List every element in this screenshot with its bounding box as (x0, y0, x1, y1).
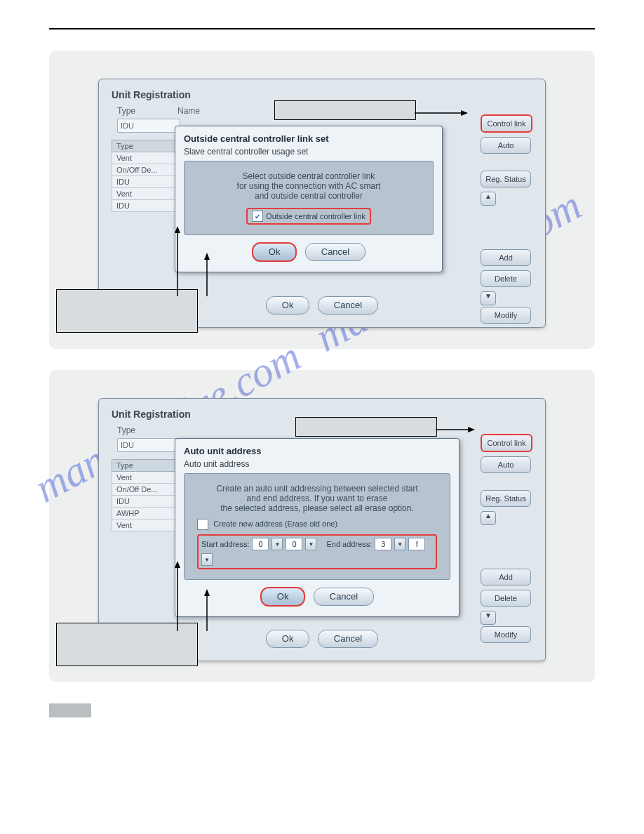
figure-2: manualshive.com Unit Registration Type I… (49, 370, 595, 682)
chevron-down-icon[interactable]: ▼ (394, 538, 405, 550)
annotation-box (56, 289, 198, 333)
cancel-button[interactable]: Cancel (318, 630, 378, 648)
checkbox-label: Create new address (Erase old one) (213, 519, 337, 528)
chevron-down-icon[interactable]: ▼ (201, 553, 213, 566)
table-row[interactable]: Vent (112, 519, 177, 531)
auto-button[interactable]: Auto (481, 456, 531, 473)
side-buttons-top: Control link Auto Reg. Status ▲ Add Dele… (481, 434, 532, 647)
chevron-down-icon[interactable]: ▼ (305, 538, 316, 550)
dialog-title: Auto unit address (184, 446, 450, 456)
start-address-label: Start address: (201, 540, 249, 548)
chevron-down-icon[interactable]: ▼ (271, 538, 283, 550)
ok-button[interactable]: Ok (266, 296, 310, 315)
dialog-text: and outside central controller (197, 191, 420, 201)
type-field[interactable]: IDU (117, 438, 180, 452)
table-row[interactable]: IDU (112, 200, 177, 212)
auto-button[interactable]: Auto (481, 137, 531, 154)
dialog-body: Select outside central controller link f… (184, 161, 434, 235)
table-row[interactable]: On/Off De... (112, 484, 177, 496)
dialog-cancel-button[interactable]: Cancel (305, 243, 365, 261)
table-row[interactable]: AWHP (112, 508, 177, 519)
page-footer-strip (49, 703, 91, 717)
control-link-button[interactable]: Control link (481, 434, 532, 452)
end-address-label: End address: (326, 540, 372, 548)
figure-1: manualshive.com Unit Registration Type N… (49, 51, 595, 349)
label-type: Type (117, 106, 135, 116)
label-type: Type (117, 425, 135, 435)
dialog-title: Outside central controller link set (184, 133, 434, 144)
annotation-box (56, 623, 198, 666)
scroll-up-icon[interactable]: ▲ (481, 192, 496, 206)
dialog-subtitle: Auto unit address (184, 459, 450, 469)
address-row-highlight: Start address: 0 ▼ 0 ▼ End address: 3 ▼ … (197, 534, 437, 569)
dialog-text: the selected address, please select all … (197, 503, 437, 513)
add-button[interactable]: Add (481, 249, 531, 266)
window-title: Unit Registration (112, 89, 532, 100)
col-header-type: Type (112, 459, 177, 472)
add-button[interactable]: Add (481, 569, 531, 585)
page-top-rule (49, 28, 595, 29)
dialog-ok-button[interactable]: Ok (252, 242, 297, 262)
auto-address-dialog: Auto unit address Auto unit address Crea… (175, 438, 459, 617)
side-buttons-top: Control link Auto Reg. Status ▲ Add Dele… (481, 114, 532, 328)
table-row[interactable]: IDU (112, 176, 177, 188)
outside-link-dialog: Outside central controller link set Slav… (175, 126, 443, 272)
dialog-body: Create an auto unit addressing between s… (184, 473, 450, 580)
dialog-text: for using the connection with AC smart (197, 181, 420, 191)
modify-button[interactable]: Modify (481, 307, 531, 324)
dialog-text: and end address. If you want to erase (197, 494, 437, 503)
dialog-text: Select outside central controller link (197, 171, 420, 181)
ok-button[interactable]: Ok (266, 630, 310, 648)
type-field[interactable]: IDU (117, 119, 180, 133)
delete-button[interactable]: Delete (481, 270, 531, 287)
dialog-ok-button[interactable]: Ok (260, 587, 306, 607)
modify-button[interactable]: Modify (481, 626, 531, 643)
table-row[interactable]: Vent (112, 188, 177, 200)
end-lo-select[interactable]: f (408, 538, 425, 550)
dialog-text: Create an auto unit addressing between s… (197, 484, 437, 494)
table-row[interactable]: Vent (112, 472, 177, 484)
table-row[interactable]: Vent (112, 152, 177, 164)
scroll-up-icon[interactable]: ▲ (481, 511, 496, 525)
annotation-box (295, 417, 437, 437)
label-name: Name (177, 106, 200, 116)
dialog-cancel-button[interactable]: Cancel (314, 588, 374, 606)
end-hi-select[interactable]: 3 (375, 538, 391, 550)
scroll-down-icon[interactable]: ▼ (481, 291, 496, 305)
checkbox-highlight: ✔ Outside central controller link (246, 208, 371, 225)
dialog-subtitle: Slave central controller usage set (184, 147, 434, 157)
start-lo-select[interactable]: 0 (286, 538, 302, 550)
outside-link-checkbox[interactable]: ✔ (252, 211, 263, 222)
start-hi-select[interactable]: 0 (252, 538, 269, 550)
control-link-button[interactable]: Control link (481, 114, 532, 133)
scroll-down-icon[interactable]: ▼ (481, 611, 496, 625)
unit-registration-window: Unit Registration Type IDU Type Vent On/… (98, 398, 546, 661)
create-new-checkbox[interactable] (197, 519, 208, 530)
cancel-button[interactable]: Cancel (318, 296, 378, 315)
col-header-type: Type (112, 140, 177, 152)
table-row[interactable]: On/Off De... (112, 164, 177, 176)
reg-status-button[interactable]: Reg. Status (481, 171, 531, 187)
annotation-box (274, 100, 416, 120)
checkbox-label: Outside central controller link (266, 212, 365, 220)
reg-status-button[interactable]: Reg. Status (481, 490, 531, 507)
delete-button[interactable]: Delete (481, 590, 531, 607)
table-row[interactable]: IDU (112, 496, 177, 508)
